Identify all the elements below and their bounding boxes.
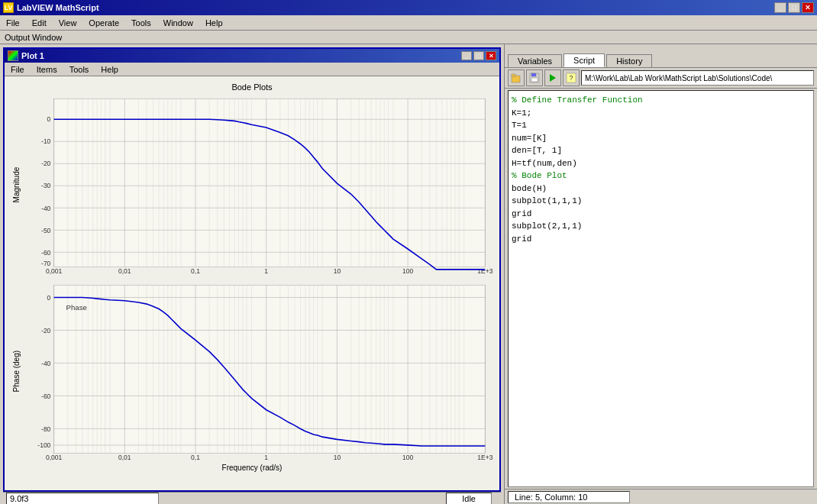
svg-text:0,001: 0,001 bbox=[46, 454, 63, 462]
svg-text:0,1: 0,1 bbox=[191, 267, 200, 275]
svg-text:0,001: 0,001 bbox=[46, 267, 63, 275]
plot-menu-help[interactable]: Help bbox=[98, 64, 121, 75]
plot-menu-bar: File Items Tools Help bbox=[5, 63, 499, 76]
maximize-button[interactable]: □ bbox=[788, 2, 800, 13]
tab-variables[interactable]: Variables bbox=[508, 54, 562, 67]
plot-close-button[interactable]: ✕ bbox=[486, 51, 496, 60]
phase-chart: 0 -20 -40 -60 -80 -100 0,001 0,01 0,1 bbox=[21, 281, 493, 461]
menu-operate[interactable]: Operate bbox=[86, 18, 122, 28]
menu-help[interactable]: Help bbox=[202, 18, 226, 28]
script-content[interactable]: % Define Transfer FunctionK=1;T=1num=[K]… bbox=[508, 90, 814, 487]
script-line: bode(H) bbox=[512, 183, 810, 195]
svg-text:10: 10 bbox=[334, 454, 341, 462]
plot-menu-items[interactable]: Items bbox=[34, 64, 60, 75]
left-panel: Plot 1 _ □ ✕ File Items Tools Help Bode … bbox=[0, 44, 504, 504]
status-idle: Idle bbox=[446, 493, 492, 504]
svg-text:-40: -40 bbox=[41, 360, 51, 367]
menu-view[interactable]: View bbox=[56, 18, 80, 28]
svg-text:10: 10 bbox=[334, 267, 341, 275]
svg-text:-20: -20 bbox=[41, 327, 51, 334]
script-line: K=1; bbox=[512, 107, 810, 120]
svg-text:1: 1 bbox=[264, 454, 268, 462]
close-button[interactable]: ✕ bbox=[802, 2, 814, 13]
title-bar: LV LabVIEW MathScript _ □ ✕ bbox=[0, 0, 817, 15]
svg-text:0: 0 bbox=[47, 115, 51, 123]
script-toolbar: ? M:\Work\Lab\Lab Work\MathScript Lab\So… bbox=[505, 67, 817, 89]
svg-rect-170 bbox=[531, 78, 538, 82]
svg-text:1E+3: 1E+3 bbox=[477, 267, 492, 275]
script-line: % Define Transfer Function bbox=[512, 94, 810, 107]
output-window-label: Output Window bbox=[0, 31, 817, 44]
toolbar-run-button[interactable] bbox=[544, 69, 561, 86]
x-axis-label: Frequency (rad/s) bbox=[11, 464, 493, 472]
script-status-text: Line: 5, Column: 10 bbox=[508, 491, 630, 503]
main-content: Plot 1 _ □ ✕ File Items Tools Help Bode … bbox=[0, 44, 817, 504]
right-panel: Variables Script History ? M:\Work\L bbox=[504, 44, 817, 504]
app-icon: LV bbox=[3, 2, 14, 13]
svg-marker-171 bbox=[550, 74, 556, 82]
script-line: H=tf(num,den) bbox=[512, 157, 810, 170]
menu-file[interactable]: File bbox=[3, 18, 23, 28]
phase-y-label: Phase (deg) bbox=[11, 281, 21, 461]
toolbar-open-button[interactable] bbox=[508, 69, 525, 86]
svg-text:100: 100 bbox=[402, 267, 413, 275]
svg-text:0: 0 bbox=[47, 294, 51, 302]
script-line: subplot(1,1,1) bbox=[512, 195, 810, 208]
svg-text:1E+3: 1E+3 bbox=[477, 454, 492, 462]
script-line: grid bbox=[512, 208, 810, 221]
svg-text:-100: -100 bbox=[37, 442, 50, 450]
svg-text:100: 100 bbox=[402, 454, 413, 462]
svg-text:-20: -20 bbox=[41, 160, 51, 167]
svg-text:0,01: 0,01 bbox=[118, 267, 131, 275]
script-line: % Bode Plot bbox=[512, 170, 810, 183]
charts-container: Magnitude bbox=[11, 95, 493, 462]
svg-rect-167 bbox=[512, 74, 515, 76]
svg-text:?: ? bbox=[569, 74, 573, 82]
script-status-bar: Line: 5, Column: 10 bbox=[505, 489, 817, 504]
plot-title-bar: Plot 1 _ □ ✕ bbox=[5, 49, 499, 63]
toolbar-save-button[interactable] bbox=[526, 69, 543, 86]
menu-window[interactable]: Window bbox=[160, 18, 196, 28]
script-line: den=[T, 1] bbox=[512, 144, 810, 157]
minimize-button[interactable]: _ bbox=[774, 2, 786, 13]
svg-text:1: 1 bbox=[264, 267, 268, 275]
script-line: num=[K] bbox=[512, 132, 810, 145]
magnitude-chart: 0 -10 -20 -30 -40 -50 -60 -70 0,001 0, bbox=[21, 95, 493, 275]
plot-maximize-button[interactable]: □ bbox=[473, 51, 484, 60]
plot-minimize-button[interactable]: _ bbox=[461, 51, 472, 60]
tab-history[interactable]: History bbox=[606, 54, 652, 67]
plot-icon bbox=[8, 50, 18, 61]
svg-text:-30: -30 bbox=[41, 182, 51, 189]
window-controls: _ □ ✕ bbox=[774, 2, 814, 13]
magnitude-y-label: Magnitude bbox=[11, 95, 21, 275]
app-title: LabVIEW MathScript bbox=[17, 3, 99, 12]
svg-rect-166 bbox=[512, 76, 520, 82]
plot-window: Plot 1 _ □ ✕ File Items Tools Help Bode … bbox=[3, 47, 501, 492]
plot-menu-tools[interactable]: Tools bbox=[66, 64, 92, 75]
svg-text:-70: -70 bbox=[41, 259, 51, 267]
menu-edit[interactable]: Edit bbox=[29, 18, 50, 28]
svg-rect-0 bbox=[54, 99, 486, 267]
svg-text:-40: -40 bbox=[41, 204, 51, 212]
tabs-bar: Variables Script History bbox=[505, 44, 817, 67]
status-right: Idle bbox=[162, 493, 498, 504]
svg-text:0,01: 0,01 bbox=[118, 454, 131, 462]
svg-text:-60: -60 bbox=[41, 249, 51, 257]
svg-text:-10: -10 bbox=[41, 137, 51, 145]
status-left-value: 9.0f3 bbox=[6, 493, 159, 504]
toolbar-path: M:\Work\Lab\Lab Work\MathScript Lab\Solu… bbox=[581, 70, 814, 86]
svg-text:0,1: 0,1 bbox=[191, 454, 200, 462]
chart-title: Bode Plots bbox=[11, 82, 493, 92]
magnitude-svg: 0 -10 -20 -30 -40 -50 -60 -70 0,001 0, bbox=[21, 95, 493, 275]
phase-svg: 0 -20 -40 -60 -80 -100 0,001 0,01 0,1 bbox=[21, 281, 493, 461]
tab-script[interactable]: Script bbox=[564, 53, 605, 67]
script-line: T=1 bbox=[512, 119, 810, 132]
toolbar-help-button[interactable]: ? bbox=[563, 69, 580, 86]
svg-text:-80: -80 bbox=[41, 425, 51, 433]
script-line: subplot(2,1,1) bbox=[512, 220, 810, 233]
plot-title: Plot 1 bbox=[21, 51, 44, 60]
magnitude-chart-wrapper: Magnitude bbox=[11, 95, 493, 275]
plot-menu-file[interactable]: File bbox=[8, 64, 27, 75]
menu-tools[interactable]: Tools bbox=[128, 18, 154, 28]
svg-text:Phase: Phase bbox=[66, 303, 87, 312]
